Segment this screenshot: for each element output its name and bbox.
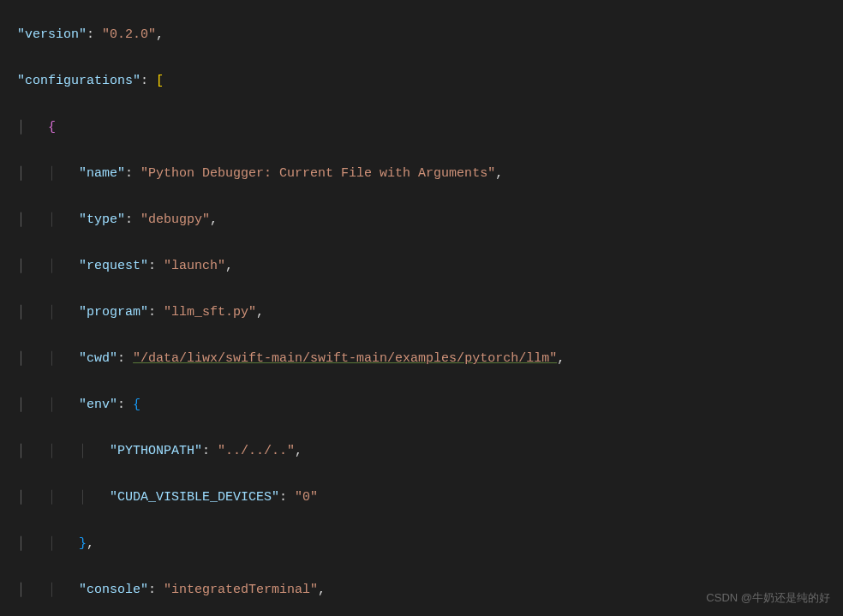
- code-line: │ {: [17, 116, 826, 139]
- json-key: "version": [17, 27, 87, 42]
- json-key: "cwd": [79, 351, 117, 366]
- json-key: "console": [79, 583, 148, 597]
- code-line: │ │ },: [17, 532, 826, 555]
- brace-open: {: [48, 120, 56, 135]
- code-line: "version": "0.2.0",: [17, 23, 826, 46]
- code-line: │ │ "env": {: [17, 393, 826, 416]
- code-line: │ │ "type": "debugpy",: [17, 208, 826, 231]
- code-line: │ │ │ "PYTHONPATH": "../../..",: [17, 440, 826, 463]
- brace-open: {: [133, 398, 140, 412]
- code-line: │ │ "request": "launch",: [17, 254, 826, 278]
- code-line: │ │ "name": "Python Debugger: Current Fi…: [17, 162, 826, 185]
- json-key: "configurations": [17, 74, 140, 88]
- brace-close: }: [79, 536, 87, 551]
- json-value: "llm_sft.py": [164, 305, 256, 320]
- bracket-open: [: [156, 74, 164, 88]
- json-key: "program": [79, 305, 148, 320]
- json-key: "env": [79, 398, 117, 412]
- json-value: "0": [295, 490, 318, 505]
- code-line: │ │ "console": "integratedTerminal",: [17, 578, 826, 601]
- json-value: "/data/liwx/swift-main/swift-main/exampl…: [133, 351, 557, 366]
- code-line: │ │ "cwd": "/data/liwx/swift-main/swift-…: [17, 347, 826, 370]
- json-key: "PYTHONPATH": [110, 444, 202, 458]
- json-key: "type": [79, 212, 125, 227]
- json-value: "0.2.0": [102, 27, 156, 42]
- json-key: "name": [79, 166, 125, 181]
- code-line: │ │ "program": "llm_sft.py",: [17, 301, 826, 324]
- json-key: "CUDA_VISIBLE_DEVICES": [110, 490, 279, 505]
- json-value: "launch": [164, 259, 225, 273]
- code-editor[interactable]: "version": "0.2.0", "configurations": [ …: [0, 0, 843, 616]
- json-value: "debugpy": [140, 212, 210, 227]
- code-line: │ │ │ "CUDA_VISIBLE_DEVICES": "0": [17, 486, 826, 509]
- json-key: "request": [79, 259, 148, 273]
- json-value: "Python Debugger: Current File with Argu…: [140, 166, 495, 181]
- json-value: "../../..": [218, 444, 295, 458]
- json-value: "integratedTerminal": [164, 583, 318, 597]
- watermark: CSDN @牛奶还是纯的好: [706, 586, 830, 609]
- code-line: "configurations": [: [17, 69, 826, 93]
